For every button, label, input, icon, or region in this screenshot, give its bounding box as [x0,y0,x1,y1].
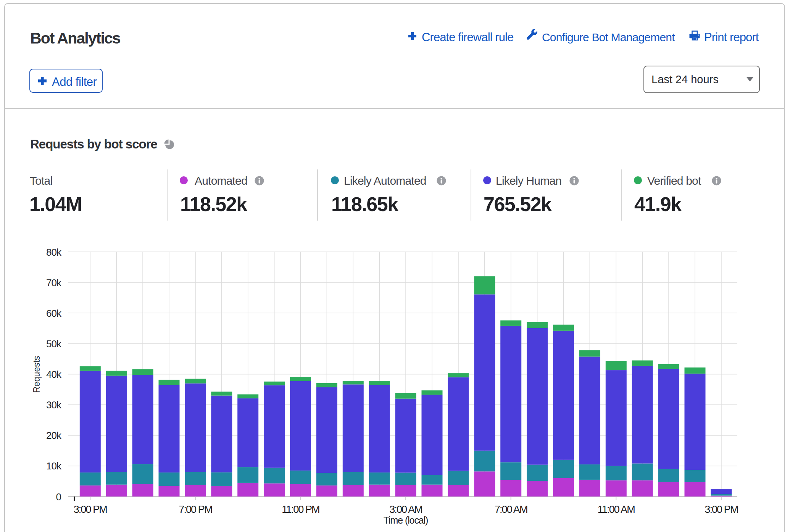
svg-text:60k: 60k [46,308,62,319]
svg-text:20k: 20k [46,430,62,441]
svg-text:50k: 50k [46,338,62,350]
svg-text:10k: 10k [46,460,62,472]
svg-text:11:00 AM: 11:00 AM [598,504,635,515]
svg-text:7:00 PM: 7:00 PM [179,504,212,515]
svg-text:70k: 70k [46,277,62,289]
svg-text:40k: 40k [46,369,62,380]
svg-text:3:00 PM: 3:00 PM [74,504,107,515]
svg-text:3:00 AM: 3:00 AM [389,504,422,515]
svg-text:11:00 PM: 11:00 PM [282,504,319,515]
svg-text:7:00 AM: 7:00 AM [495,504,527,515]
svg-text:3:00 PM: 3:00 PM [705,504,738,515]
svg-text:80k: 80k [46,247,62,258]
svg-text:Time (local): Time (local) [384,515,428,526]
svg-text:0: 0 [56,491,61,503]
svg-text:Requests: Requests [32,356,42,393]
svg-text:30k: 30k [46,399,62,411]
